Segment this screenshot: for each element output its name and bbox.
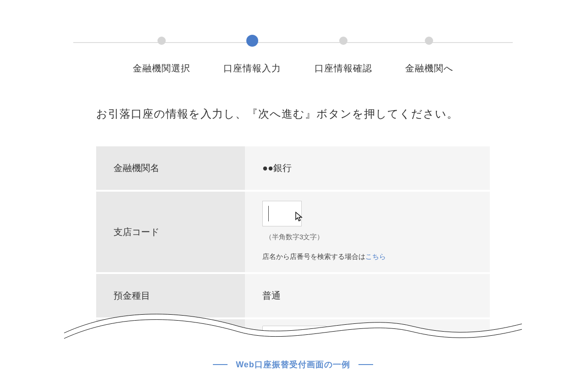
caption-dash-left [213, 364, 228, 365]
label-partial [96, 319, 245, 340]
step-bank-select: 金融機関選択 [133, 37, 190, 75]
branch-search-prefix: 店名から店番号を検索する場合は [262, 252, 365, 260]
step-account-entry: 口座情報入力 [223, 37, 281, 75]
row-account-type: 預金種目 普通 [96, 274, 490, 319]
step-dot-active [246, 35, 258, 47]
step-dot [339, 37, 347, 45]
label-account-type: 預金種目 [96, 274, 245, 317]
caption-dash-right [358, 364, 373, 365]
caption-text: Web口座振替受付画面の一例 [236, 359, 350, 370]
branch-code-hint: （半角数字3文字） [265, 233, 472, 242]
step-label: 金融機関選択 [133, 62, 190, 75]
label-branch-code: 支店コード [96, 192, 245, 272]
value-bank-name: ●●銀行 [245, 146, 490, 190]
step-dot [157, 37, 166, 45]
stepper: 金融機関選択 口座情報入力 口座情報確認 金融機関へ [73, 0, 513, 75]
row-branch-code: 支店コード （半角数字3文字） 店名から店番号を検索する場合はこちら [96, 192, 490, 274]
step-dot [425, 37, 433, 45]
row-bank-name: 金融機関名 ●●銀行 [96, 146, 490, 192]
caption: Web口座振替受付画面の一例 [0, 359, 586, 370]
step-label: 口座情報入力 [223, 62, 281, 75]
branch-search-text: 店名から店番号を検索する場合はこちら [262, 252, 472, 261]
branch-search-link[interactable]: こちら [365, 252, 386, 260]
value-partial [245, 319, 490, 340]
text-caret [268, 206, 269, 221]
step-label: 金融機関へ [405, 62, 453, 75]
value-branch-code: （半角数字3文字） 店名から店番号を検索する場合はこちら [245, 192, 490, 272]
value-account-type: 普通 [245, 274, 490, 317]
step-account-confirm: 口座情報確認 [315, 37, 372, 75]
step-to-bank: 金融機関へ [405, 37, 453, 75]
partial-input[interactable] [262, 326, 326, 342]
cursor-pointer-icon [294, 211, 305, 222]
instruction-text: お引落口座の情報を入力し、『次へ進む』ボタンを押してください。 [96, 107, 490, 121]
label-bank-name: 金融機関名 [96, 146, 245, 190]
step-label: 口座情報確認 [315, 62, 372, 75]
row-partial [96, 319, 490, 342]
account-form: 金融機関名 ●●銀行 支店コード （半角数字3文字） 店名から店番号を検索する場… [96, 146, 490, 342]
